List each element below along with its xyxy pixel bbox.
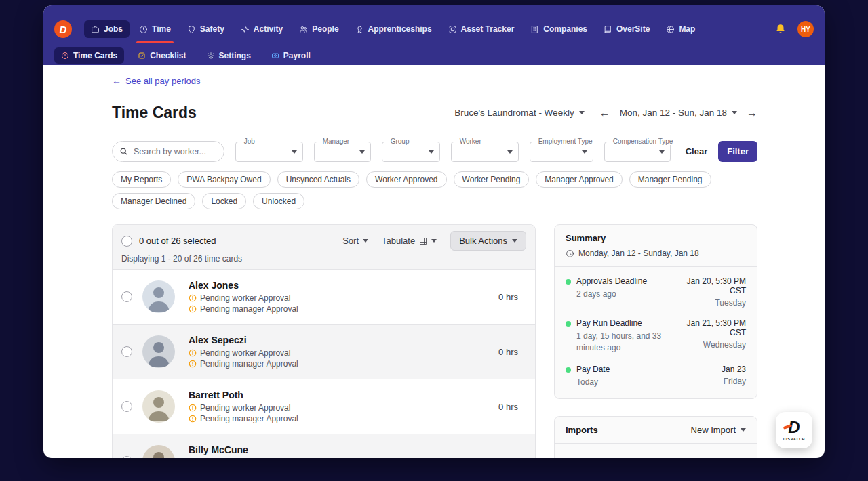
nav-item-companies[interactable]: Companies xyxy=(524,20,594,38)
row-checkbox[interactable] xyxy=(121,291,132,302)
worker-name: Alex Jones xyxy=(189,280,298,291)
compensation-type-filter-dropdown[interactable]: Compensation Type xyxy=(604,142,671,162)
nav-label: Asset Tracker xyxy=(461,24,515,34)
nav-label: Activity xyxy=(254,24,283,34)
status-dot xyxy=(566,367,571,373)
group-filter-dropdown[interactable]: Group xyxy=(382,142,440,162)
nav-item-oversite[interactable]: OverSite xyxy=(597,20,656,38)
warning-icon xyxy=(189,360,197,368)
subnav-item-payroll[interactable]: Payroll xyxy=(264,47,317,64)
warning-icon xyxy=(189,305,197,313)
chip-unsynced-actuals[interactable]: Unsynced Actuals xyxy=(277,171,359,188)
clear-filters-button[interactable]: Clear xyxy=(686,146,708,156)
chip-worker-pending[interactable]: Worker Pending xyxy=(454,171,530,188)
nav-item-people[interactable]: People xyxy=(292,20,345,38)
person-silhouette-icon xyxy=(142,445,175,458)
chip-worker-approved[interactable]: Worker Approved xyxy=(366,171,447,188)
selected-count: 0 out of 26 selected xyxy=(139,236,216,246)
asset-scan-icon xyxy=(448,25,457,34)
worker-avatar xyxy=(142,335,175,368)
manager-filter-dropdown[interactable]: Manager xyxy=(314,142,371,162)
nav-item-apprenticeships[interactable]: Apprenticeships xyxy=(349,20,439,38)
next-period-arrow[interactable] xyxy=(747,108,757,119)
bulk-actions-button[interactable]: Bulk Actions xyxy=(450,231,526,251)
dropdown-label: Manager xyxy=(320,138,352,145)
nav-item-time[interactable]: Time xyxy=(132,20,178,38)
tabulate-menu[interactable]: Tabulate xyxy=(382,236,437,246)
chip-manager-declined[interactable]: Manager Declined xyxy=(112,193,195,209)
time-card-row[interactable]: Alex Jones Pending worker Approval Pendi… xyxy=(113,270,535,324)
subnav-item-checklist[interactable]: Checklist xyxy=(131,47,193,64)
summary-item-label: Pay Run Deadline xyxy=(576,318,673,328)
time-card-row[interactable]: Billy McCune Pending worker Approval Pen… xyxy=(113,434,535,458)
row-checkbox[interactable] xyxy=(121,456,132,458)
row-hours: 0 hrs xyxy=(498,347,526,357)
summary-item-value: Jan 20, 5:30 PM CST xyxy=(673,276,746,295)
worker-avatar xyxy=(142,280,175,313)
subnav-label: Checklist xyxy=(150,51,186,60)
employment-type-filter-dropdown[interactable]: Employment Type xyxy=(530,142,593,162)
list-header: 0 out of 26 selected Sort Tabulate xyxy=(113,225,535,270)
chip-manager-approved[interactable]: Manager Approved xyxy=(536,171,622,188)
subnav-item-settings[interactable]: Settings xyxy=(200,47,258,64)
new-import-button[interactable]: New Import xyxy=(691,425,746,435)
nav-item-jobs[interactable]: Jobs xyxy=(84,20,130,38)
users-icon xyxy=(299,25,308,34)
worker-filter-dropdown[interactable]: Worker xyxy=(451,142,519,162)
company-period-selector[interactable]: Bruce's Laundromat - Weekly xyxy=(454,108,584,118)
status-dot xyxy=(566,321,571,327)
person-silhouette-icon xyxy=(142,335,175,368)
warning-icon xyxy=(189,294,197,302)
date-range-selector[interactable]: Mon, Jan 12 - Sun, Jan 18 xyxy=(620,108,737,118)
activity-icon xyxy=(241,25,250,34)
book-icon xyxy=(604,25,612,34)
chip-manager-pending[interactable]: Manager Pending xyxy=(629,171,711,188)
row-checkbox[interactable] xyxy=(121,401,132,412)
select-all-checkbox[interactable] xyxy=(121,236,132,247)
chevron-down-icon xyxy=(507,150,513,154)
search-icon xyxy=(119,147,128,156)
subnav-label: Time Cards xyxy=(73,51,117,60)
job-filter-dropdown[interactable]: Job xyxy=(235,142,303,162)
time-card-row[interactable]: Alex Sepeczi Pending worker Approval Pen… xyxy=(113,324,535,379)
sort-menu[interactable]: Sort xyxy=(342,236,368,246)
worker-search xyxy=(112,141,224,162)
chevron-down-icon xyxy=(359,150,365,154)
subnav-item-time-cards[interactable]: Time Cards xyxy=(54,47,124,64)
row-checkbox[interactable] xyxy=(121,346,132,357)
avatar-initials: HY xyxy=(801,26,810,33)
nav-label: Time xyxy=(152,24,171,34)
previous-period-arrow[interactable] xyxy=(599,108,610,119)
grid-icon xyxy=(419,237,427,245)
summary-item-label: Pay Date xyxy=(576,364,679,374)
nav-item-activity[interactable]: Activity xyxy=(234,20,290,38)
chevron-down-icon xyxy=(429,150,434,154)
nav-label: OverSite xyxy=(616,24,650,34)
imports-title: Imports xyxy=(566,425,598,435)
primary-nav: Jobs Time Safety Activity People xyxy=(84,20,702,38)
dispatch-logo-text: DISPATCH xyxy=(783,437,806,441)
dropdown-label: Employment Type xyxy=(536,138,595,145)
time-card-row[interactable]: Barrett Poth Pending worker Approval Pen… xyxy=(113,379,535,434)
new-import-label: New Import xyxy=(691,425,736,435)
nav-item-safety[interactable]: Safety xyxy=(180,20,231,38)
warning-icon xyxy=(189,404,197,412)
company-period-label: Bruce's Laundromat - Weekly xyxy=(454,108,574,118)
search-input[interactable] xyxy=(112,141,224,162)
shield-icon xyxy=(187,25,196,34)
apply-filter-button[interactable]: Filter xyxy=(718,141,757,162)
back-to-pay-periods-link[interactable]: See all pay periods xyxy=(112,75,201,86)
chip-unlocked[interactable]: Unlocked xyxy=(253,193,304,209)
nav-label: Companies xyxy=(543,24,587,34)
nav-item-map[interactable]: Map xyxy=(659,20,702,38)
nav-item-asset-tracker[interactable]: Asset Tracker xyxy=(441,20,521,38)
chip-pwa-backpay-owed[interactable]: PWA Backpay Owed xyxy=(178,171,270,188)
chip-my-reports[interactable]: My Reports xyxy=(112,171,171,188)
user-avatar[interactable]: HY xyxy=(797,21,814,37)
brand-logo[interactable]: D xyxy=(54,20,72,38)
notifications-bell-icon[interactable] xyxy=(774,23,787,35)
dispatch-chat-widget-button[interactable]: D DISPATCH xyxy=(776,412,812,448)
summary-item-pay-date: Pay Date Today Jan 23 Friday xyxy=(566,364,746,388)
dropdown-label: Compensation Type xyxy=(610,138,676,145)
chip-locked[interactable]: Locked xyxy=(202,193,246,209)
